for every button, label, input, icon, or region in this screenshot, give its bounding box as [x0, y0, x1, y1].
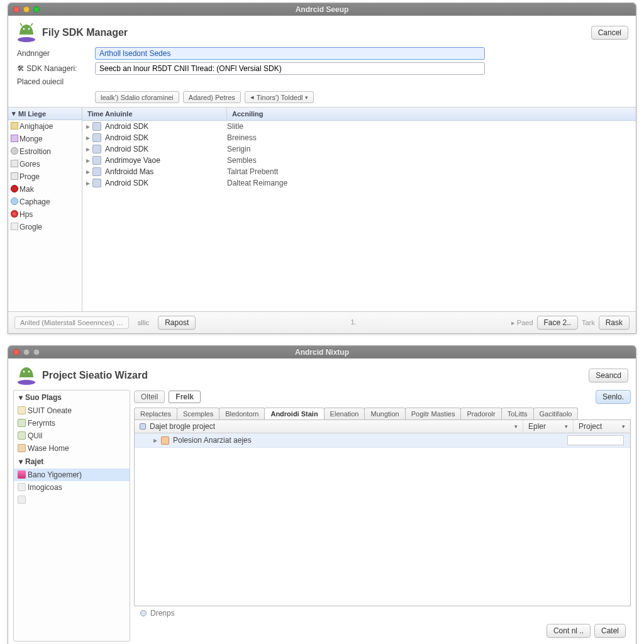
sidebar-icon [11, 122, 18, 130]
sidebar-icon [11, 172, 18, 180]
tab-androidi stain[interactable]: Androidi Stain [264, 408, 324, 419]
tree-row[interactable]: ▸Andrimoye VaoeSembles [82, 155, 636, 166]
frell-button[interactable]: Frelk [169, 391, 201, 403]
placed-label: Placed ouiecil [17, 77, 95, 86]
andnnger-label: Andnnger [17, 49, 95, 58]
sidebar2-item-side2a-3[interactable]: Wase Home [14, 442, 130, 455]
tab-elenation[interactable]: Elenation [324, 408, 365, 419]
sdk-manager-window: Andrcid Seeup Fily SDK Manager Cancel An… [8, 3, 636, 334]
svg-point-2 [28, 28, 30, 30]
page-title: Fily SDK Manager [42, 27, 128, 38]
catel-button[interactable]: Catel [594, 624, 626, 638]
sidebar-item-2[interactable]: Estroltion [8, 145, 82, 158]
col-project2[interactable]: Project▾ [574, 420, 630, 433]
rapost-button[interactable]: Rapost [158, 316, 196, 330]
project-wizard-window: Andrcid Nixtup Project Sieatio Wizard Se… [8, 345, 636, 644]
sidebar-item-4[interactable]: Proge [8, 170, 82, 183]
sidebar2-head2[interactable]: ▾ Rajet [14, 455, 130, 469]
status-icon [140, 610, 147, 616]
titlebar[interactable]: Andrcid Seeup [8, 3, 636, 16]
page-title-2: Project Sieatio Wizard [42, 370, 148, 381]
tree-row[interactable]: ▸Android SDKDalteat Reimange [82, 177, 636, 189]
sdk-path-input[interactable] [95, 62, 485, 75]
status-label: Drenps [150, 609, 175, 618]
sidebar2-item-side2b-0[interactable]: Bano Yigoemer) [14, 469, 130, 481]
anlted-button[interactable]: Anlted (Miaterstall Soeennces) … [14, 316, 129, 329]
sidebar-header[interactable]: ▾ Ml Liege [8, 108, 82, 120]
package-icon [92, 133, 101, 142]
tree-row[interactable]: ▸Android SDKSlitle [82, 121, 636, 132]
sidebar2-item-side2a-0[interactable]: SUIT Oneate [14, 404, 130, 417]
col-project[interactable]: Dajet brogle project ▾ [135, 420, 523, 433]
tab-gacitifaolo[interactable]: Gacitifaolo [533, 408, 579, 419]
face-button[interactable]: Face 2.. [537, 316, 578, 330]
row-label: Polesion Anarziat aejes [173, 436, 252, 445]
tab-pogitr masties[interactable]: Pogitr Masties [405, 408, 462, 419]
sidebar-icon [11, 185, 18, 192]
sidebar-icon [11, 160, 18, 167]
package-icon [92, 156, 101, 165]
combo-tinors[interactable]: ◂ Tinors') Toldedl ▾ [245, 91, 314, 103]
col-epler[interactable]: Epler▾ [523, 420, 574, 433]
titlebar-2[interactable]: Andrcid Nixtup [8, 346, 636, 358]
cancel-button[interactable]: Cancel [591, 26, 628, 40]
package-icon [92, 179, 101, 187]
sidebar-item-0[interactable]: Anighajoe [8, 120, 82, 133]
sidebar2-icon [18, 406, 26, 414]
package-tree: Time Aniuinle Accniling ▸Android SDKSlit… [82, 108, 636, 311]
tree-row[interactable]: ▸Android SDKBreiness [82, 132, 636, 143]
paed-label: ▸ Paed [511, 319, 533, 327]
svg-point-4 [23, 371, 25, 373]
package-icon [92, 167, 101, 176]
sidebar2-icon [18, 431, 26, 440]
window-title-2: Andrcid Nixtup [8, 348, 636, 357]
sidebar2-item-side2b-1[interactable]: Imogicoas [14, 481, 130, 494]
tab-tolitts[interactable]: ToLitts [501, 408, 534, 419]
sidebar-item-7[interactable]: Hps [8, 208, 82, 221]
col-accniling[interactable]: Accniling [227, 108, 285, 120]
person-icon [161, 436, 169, 445]
seancd-button[interactable]: Seancd [589, 369, 628, 382]
sidebar-item-1[interactable]: Monge [8, 133, 82, 145]
sidebar-item-6[interactable]: Caphage [8, 196, 82, 208]
page-indicator: 1. [350, 317, 356, 328]
sidebar2-item-side2a-2[interactable]: QUil [14, 430, 130, 442]
tab-scemples[interactable]: Scemples [177, 408, 219, 419]
sidebar-icon [11, 147, 18, 155]
cont-button[interactable]: Cont nl .. [547, 624, 591, 638]
category-sidebar: ▾ Ml Liege AnighajoeMongeEstroltionGores… [8, 108, 82, 311]
combo-adared[interactable]: Adared) Petres [183, 91, 241, 103]
tab-replactes[interactable]: Replactes [134, 408, 177, 419]
sllic-label: sllic [133, 317, 154, 328]
sidebar2-head1[interactable]: ▾ Suo Plags [14, 391, 130, 404]
sidebar-item-5[interactable]: Mak [8, 183, 82, 196]
sidebar2-item-side2a-1[interactable]: Feryrnts [14, 417, 130, 430]
sidebar2-item-side2b-2[interactable] [14, 494, 130, 497]
tab-mungtion[interactable]: Mungtion [364, 408, 405, 419]
sidebar-icon [11, 210, 18, 218]
sidebar-item-8[interactable]: Grogle [8, 221, 82, 233]
tree-row[interactable]: ▸Anfdroidd MasTalrtat Prebentt [82, 166, 636, 177]
andnnger-input[interactable] [95, 47, 485, 60]
sidebar2-icon [18, 444, 26, 452]
tab-pradorolr[interactable]: Pradorolr [460, 408, 501, 419]
combo-studio[interactable]: lealk') Sdalio cforaminei [95, 91, 179, 103]
svg-point-1 [23, 28, 25, 30]
svg-point-5 [28, 371, 30, 373]
tree-row[interactable]: ▸Android SDKSerigin [82, 143, 636, 155]
sidebar-icon [11, 135, 18, 142]
android-logo-icon [16, 365, 37, 386]
android-logo-icon [16, 22, 37, 43]
row-input[interactable] [567, 435, 624, 445]
tab-bledontorn[interactable]: Bledontorn [219, 408, 265, 419]
sidebar-item-3[interactable]: Gores [8, 158, 82, 170]
oftel-button[interactable]: Olteil [134, 391, 165, 403]
status-bar: Drenps [134, 606, 631, 620]
col-time[interactable]: Time Aniuinle [82, 108, 227, 120]
rask-button[interactable]: Rask [599, 316, 630, 330]
senlo-button[interactable]: Senlo. [596, 390, 631, 404]
sidebar-icon [11, 223, 18, 230]
project-row[interactable]: ▸ Polesion Anarziat aejes [135, 433, 630, 448]
sidebar2-icon [18, 496, 26, 504]
sidebar2-icon [18, 419, 26, 427]
